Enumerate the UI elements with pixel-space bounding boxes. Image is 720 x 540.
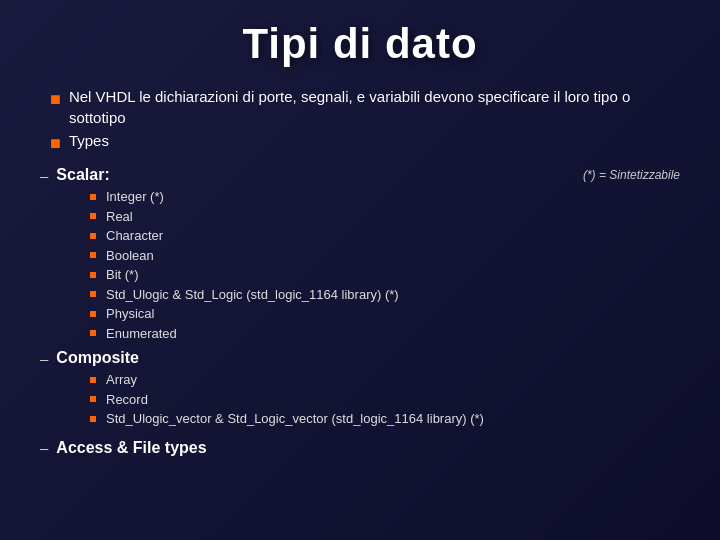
list-item: Array	[90, 370, 680, 390]
scalar-note: (*) = Sintetizzabile	[583, 168, 680, 182]
scalar-title: Scalar:	[56, 166, 109, 184]
scalar-items: Integer (*) Real Character Boolean Bit (…	[40, 187, 680, 343]
sub-bullet-icon	[90, 213, 96, 219]
scalar-item-integer: Integer (*)	[106, 187, 164, 207]
list-item: Std_Ulogic_vector & Std_Logic_vector (st…	[90, 409, 680, 429]
bullet-2: ■ Types	[50, 130, 680, 156]
sub-bullet-icon	[90, 377, 96, 383]
scalar-item-bit: Bit (*)	[106, 265, 139, 285]
scalar-section: – Scalar: (*) = Sintetizzabile Integer (…	[40, 166, 680, 343]
composite-section: – Composite Array Record Std_Ulogic_vect…	[40, 349, 680, 429]
main-bullets: ■ Nel VHDL le dichiarazioni di porte, se…	[40, 86, 680, 156]
sub-bullet-icon	[90, 396, 96, 402]
sub-bullet-icon	[90, 233, 96, 239]
bullet-dot-1: ■	[50, 87, 61, 112]
bullet-1-text: Nel VHDL le dichiarazioni di porte, segn…	[69, 86, 680, 128]
bullet-1: ■ Nel VHDL le dichiarazioni di porte, se…	[50, 86, 680, 128]
list-item: Bit (*)	[90, 265, 680, 285]
scalar-item-real: Real	[106, 207, 133, 227]
list-item: Enumerated	[90, 324, 680, 344]
sub-bullet-icon	[90, 272, 96, 278]
composite-header: – Composite	[40, 349, 680, 367]
sub-bullet-icon	[90, 311, 96, 317]
list-item: Physical	[90, 304, 680, 324]
scalar-item-stdulogic: Std_Ulogic & Std_Logic (std_logic_1164 l…	[106, 285, 399, 305]
composite-title: Composite	[56, 349, 139, 367]
composite-items: Array Record Std_Ulogic_vector & Std_Log…	[40, 370, 680, 429]
list-item: Std_Ulogic & Std_Logic (std_logic_1164 l…	[90, 285, 680, 305]
sub-bullet-icon	[90, 194, 96, 200]
scalar-item-character: Character	[106, 226, 163, 246]
list-item: Real	[90, 207, 680, 227]
sub-bullet-icon	[90, 330, 96, 336]
composite-item-record: Record	[106, 390, 148, 410]
slide-title: Tipi di dato	[40, 20, 680, 68]
sub-bullet-icon	[90, 252, 96, 258]
scalar-item-boolean: Boolean	[106, 246, 154, 266]
bullet-dot-2: ■	[50, 131, 61, 156]
scalar-header: – Scalar: (*) = Sintetizzabile	[40, 166, 680, 184]
scalar-item-physical: Physical	[106, 304, 154, 324]
list-item: Record	[90, 390, 680, 410]
sub-bullet-icon	[90, 291, 96, 297]
access-dash: –	[40, 439, 48, 456]
composite-item-array: Array	[106, 370, 137, 390]
list-item: Character	[90, 226, 680, 246]
list-item: Boolean	[90, 246, 680, 266]
slide: Tipi di dato ■ Nel VHDL le dichiarazioni…	[0, 0, 720, 540]
scalar-dash: –	[40, 167, 48, 184]
bullet-2-text: Types	[69, 130, 109, 151]
access-header: – Access & File types	[40, 439, 680, 457]
composite-item-stdlogicvector: Std_Ulogic_vector & Std_Logic_vector (st…	[106, 409, 484, 429]
sub-bullet-icon	[90, 416, 96, 422]
list-item: Integer (*)	[90, 187, 680, 207]
access-section: – Access & File types	[40, 439, 680, 460]
scalar-item-enumerated: Enumerated	[106, 324, 177, 344]
access-title: Access & File types	[56, 439, 206, 457]
composite-dash: –	[40, 350, 48, 367]
